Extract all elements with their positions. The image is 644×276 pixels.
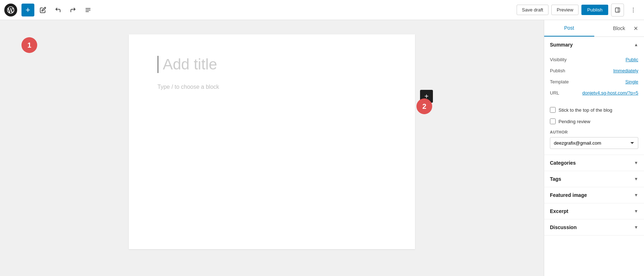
visibility-row: Visibility Public [550,54,638,65]
excerpt-label: Excerpt [550,208,568,214]
summary-section-header[interactable]: Summary ▲ [544,37,644,53]
sidebar-tabs: Post Block × [544,20,644,37]
preview-button[interactable]: Preview [551,5,579,15]
author-label: AUTHOR [550,130,638,134]
tags-chevron-icon: ▼ [634,176,638,181]
step-2-badge: 2 [416,98,432,114]
discussion-chevron-icon: ▼ [634,225,638,230]
stick-to-top-row: Stick to the top of the blog [544,104,644,116]
excerpt-section-header[interactable]: Excerpt ▼ [544,203,644,219]
featured-image-section: Featured image ▼ [544,187,644,203]
featured-image-chevron-icon: ▼ [634,193,638,198]
list-icon [85,7,91,13]
edit-tool-button[interactable] [36,4,49,16]
visibility-value[interactable]: Public [626,57,638,62]
summary-content: Visibility Public Publish Immediately Te… [544,53,644,104]
wp-logo[interactable] [4,4,17,16]
panel-icon [615,7,620,13]
url-label: URL [550,90,559,96]
pencil-icon [40,7,46,13]
template-value[interactable]: Single [625,79,638,84]
url-value[interactable]: donjetv4.sg-host.com/?p=5 [582,90,638,96]
visibility-label: Visibility [550,57,567,62]
post-title-input[interactable] [157,56,386,73]
author-section: AUTHOR deezgrafix@gmail.com [544,127,644,155]
publish-label: Publish [550,68,565,73]
summary-label: Summary [550,42,573,48]
publish-value[interactable]: Immediately [613,68,638,73]
categories-section-header[interactable]: Categories ▼ [544,155,644,171]
discussion-section: Discussion ▼ [544,219,644,236]
excerpt-section: Excerpt ▼ [544,203,644,219]
featured-image-label: Featured image [550,192,587,198]
discussion-label: Discussion [550,224,577,230]
list-view-button[interactable] [82,4,94,16]
toolbar-left: + [4,4,515,16]
undo-icon [55,7,61,13]
stick-to-top-label: Stick to the top of the blog [558,107,612,113]
categories-section: Categories ▼ [544,155,644,171]
close-sidebar-button[interactable]: × [630,23,641,34]
add-block-button[interactable]: + [21,4,34,16]
redo-icon [70,7,76,13]
wp-logo-icon [7,6,14,14]
settings-panel-button[interactable] [611,4,624,16]
pending-review-label: Pending review [558,119,590,124]
undo-button[interactable] [52,4,64,16]
more-icon [630,7,636,13]
template-row: Template Single [550,76,638,87]
tags-section-header[interactable]: Tags ▼ [544,171,644,187]
add-block-float: + 2 [420,90,433,103]
tab-post[interactable]: Post [544,20,594,37]
summary-chevron-up-icon: ▲ [634,42,638,47]
svg-point-5 [633,8,634,8]
pending-review-checkbox[interactable] [550,118,556,124]
discussion-section-header[interactable]: Discussion ▼ [544,219,644,235]
toolbar: + Save draft Preview Publish [0,0,644,20]
author-select[interactable]: deezgrafix@gmail.com [550,137,638,149]
sidebar: Post Block × Summary ▲ Visibility Public… [544,20,644,276]
editor-canvas: Type / to choose a block + 2 [129,34,415,249]
save-draft-button[interactable]: Save draft [517,5,548,15]
more-options-button[interactable] [627,4,640,16]
categories-label: Categories [550,160,576,166]
url-row: URL donjetv4.sg-host.com/?p=5 [550,87,638,98]
toolbar-right: Save draft Preview Publish [517,4,640,16]
editor-area: 1 Type / to choose a block + 2 [0,20,544,276]
featured-image-section-header[interactable]: Featured image ▼ [544,187,644,203]
step-1-badge: 1 [21,37,37,53]
excerpt-chevron-icon: ▼ [634,209,638,214]
publish-button[interactable]: Publish [581,5,608,15]
pending-review-row: Pending review [544,116,644,127]
publish-row: Publish Immediately [550,65,638,76]
svg-point-7 [633,11,634,12]
summary-section: Summary ▲ Visibility Public Publish Imme… [544,37,644,155]
svg-rect-3 [615,8,620,12]
svg-point-6 [633,9,634,10]
template-label: Template [550,79,569,84]
tags-section: Tags ▼ [544,171,644,187]
main-area: 1 Type / to choose a block + 2 Post Bloc… [0,20,644,276]
redo-button[interactable] [67,4,79,16]
categories-chevron-icon: ▼ [634,160,638,165]
block-placeholder-text: Type / to choose a block [157,84,386,90]
tags-label: Tags [550,176,561,182]
stick-to-top-checkbox[interactable] [550,107,556,113]
